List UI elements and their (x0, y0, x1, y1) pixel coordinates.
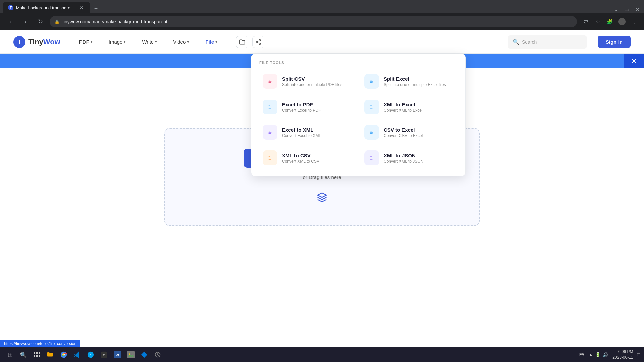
dropdown-item-xml-to-csv[interactable]: XML to CSV Convert XML to CSV (258, 146, 357, 169)
logo[interactable]: T TinyWow (13, 36, 60, 48)
address-bar-right: 🛡 ☆ 🧩 I ⋮ (581, 17, 639, 26)
split-csv-text: Split CSV Split into one or multiple PDF… (282, 76, 342, 87)
csv-to-excel-desc: Convert CSV to Excel (384, 133, 423, 138)
csv-to-excel-title: CSV to Excel (384, 127, 423, 133)
nav-pdf[interactable]: PDF ▾ (76, 38, 95, 46)
reload-button[interactable]: ↻ (35, 16, 46, 27)
clock-time: 6:06 PM (612, 349, 633, 355)
tab-close-button[interactable]: ✕ (78, 5, 85, 11)
tab-title: Make background transparent - (16, 5, 76, 10)
minimize-button[interactable]: ⌄ (612, 5, 620, 13)
nav-pdf-arrow: ▾ (91, 40, 93, 44)
close-window-button[interactable]: ✕ (633, 5, 641, 13)
url-bar[interactable]: 🔒 tinywow.com/image/make-background-tran… (50, 16, 577, 27)
xml-to-json-text: XML to JSON Convert XML to JSON (384, 153, 423, 164)
dropdown-item-split-csv[interactable]: Split CSV Split into one or multiple PDF… (258, 70, 357, 93)
excel-to-xml-desc: Convert Excel to XML (282, 133, 321, 138)
logo-wow-text: Wow (43, 38, 60, 46)
banner-close-button[interactable] (624, 54, 644, 68)
nav-image[interactable]: Image ▾ (106, 38, 129, 46)
xml-to-excel-text: XML to Excel Convert XML to Excel (384, 102, 423, 113)
taskbar-file-explorer[interactable] (44, 349, 56, 361)
bookmark-button[interactable]: ☆ (593, 17, 602, 26)
taskbar-search-button[interactable]: 🔍 (17, 349, 30, 361)
maximize-button[interactable]: ▭ (623, 5, 631, 13)
search-input[interactable] (522, 39, 582, 45)
upload-icon-btn[interactable] (236, 36, 248, 48)
clock-date: 2023-06-11 (612, 355, 633, 360)
xml-to-json-title: XML to JSON (384, 153, 423, 158)
extensions-button[interactable]: 🧩 (605, 17, 614, 26)
split-excel-title: Split Excel (384, 76, 446, 82)
active-tab[interactable]: T Make background transparent - ✕ (3, 2, 90, 13)
start-button[interactable]: ⊞ (4, 349, 16, 361)
excel-to-xml-title: Excel to XML (282, 127, 321, 133)
taskbar-item-6[interactable]: ⊡ (98, 349, 110, 361)
excel-to-pdf-icon (263, 100, 277, 114)
nav-actions (236, 36, 264, 48)
logo-icon: T (13, 36, 25, 48)
taskbar-word[interactable]: W (111, 349, 123, 361)
taskbar-clock: 6:06 PM 2023-06-11 (612, 349, 633, 360)
tab-bar-right: ⌄ ▭ ✕ (612, 5, 641, 13)
dropdown-item-excel-to-xml[interactable]: Excel to XML Convert Excel to XML (258, 121, 357, 144)
split-excel-desc: Split into one or multiple Excel files (384, 82, 446, 87)
nav-video[interactable]: Video ▾ (170, 38, 192, 46)
excel-to-pdf-text: Excel to PDF Convert Excel to PDF (282, 102, 321, 113)
dropdown-item-excel-to-pdf[interactable]: Excel to PDF Convert Excel to PDF (258, 96, 357, 118)
extension-icon-shield[interactable]: 🛡 (581, 17, 590, 26)
tab-bar: T Make background transparent - ✕ + ⌄ ▭ … (0, 0, 644, 13)
taskbar-item-9[interactable] (138, 349, 150, 361)
sign-in-button[interactable]: Sign In (598, 36, 631, 48)
excel-to-pdf-title: Excel to PDF (282, 102, 321, 107)
share-icon-btn[interactable] (252, 36, 264, 48)
csv-to-excel-icon (364, 125, 379, 140)
split-csv-title: Split CSV (282, 76, 342, 82)
nav-file[interactable]: File ▾ (203, 38, 220, 46)
language-indicator: FA (579, 352, 584, 357)
dropdown-item-split-excel[interactable]: Split Excel Split into one or multiple E… (360, 70, 459, 93)
svg-rect-16 (38, 352, 40, 354)
more-menu-button[interactable]: ⋮ (629, 17, 639, 26)
svg-rect-27 (127, 351, 135, 358)
split-excel-text: Split Excel Split into one or multiple E… (384, 76, 446, 87)
dropdown-header: FILE TOOLS (258, 61, 459, 65)
notification-button[interactable]: □ (637, 352, 640, 357)
svg-text:e: e (90, 353, 91, 357)
split-excel-icon (364, 74, 379, 89)
nav-video-arrow: ▾ (187, 40, 189, 44)
nav-write[interactable]: Write ▾ (139, 38, 160, 46)
svg-rect-15 (35, 352, 37, 354)
svg-rect-18 (38, 355, 40, 357)
taskbar-item-10[interactable] (152, 349, 164, 361)
nav-write-arrow: ▾ (155, 40, 157, 44)
svg-marker-29 (141, 352, 147, 358)
excel-to-xml-icon (263, 125, 277, 140)
taskbar-task-view[interactable] (31, 349, 43, 361)
upload-logo-icon (317, 192, 327, 205)
profile-button[interactable]: I (617, 17, 627, 26)
svg-line-4 (258, 40, 259, 41)
dropdown-item-xml-to-excel[interactable]: XML to Excel Convert XML to Excel (360, 96, 459, 118)
forward-button[interactable]: › (20, 16, 31, 27)
xml-to-csv-text: XML to CSV Convert XML to CSV (282, 153, 319, 164)
svg-point-28 (129, 353, 130, 355)
back-button[interactable]: ‹ (5, 16, 16, 27)
system-tray-icons: ▲ 🔋 🔊 (588, 352, 608, 357)
dropdown-item-xml-to-json[interactable]: XML to JSON Convert XML to JSON (360, 146, 459, 169)
logo-tiny-text: Tiny (28, 38, 43, 46)
split-csv-icon (263, 74, 277, 89)
tab-favicon: T (8, 5, 13, 10)
taskbar-photos[interactable] (125, 349, 137, 361)
xml-to-excel-title: XML to Excel (384, 102, 423, 107)
search-box[interactable]: 🔍 (508, 35, 587, 49)
svg-line-3 (258, 42, 259, 43)
new-tab-button[interactable]: + (91, 4, 101, 13)
dropdown-grid: Split CSV Split into one or multiple PDF… (258, 70, 459, 169)
dropdown-item-csv-to-excel[interactable]: CSV to Excel Convert CSV to Excel (360, 121, 459, 144)
status-url: https://tinywow.com/tools/file_conversio… (4, 341, 76, 346)
taskbar-chrome[interactable] (58, 349, 70, 361)
taskbar-item-5[interactable]: e (85, 349, 97, 361)
xml-to-excel-icon (364, 100, 379, 114)
taskbar-vscode[interactable] (71, 349, 83, 361)
